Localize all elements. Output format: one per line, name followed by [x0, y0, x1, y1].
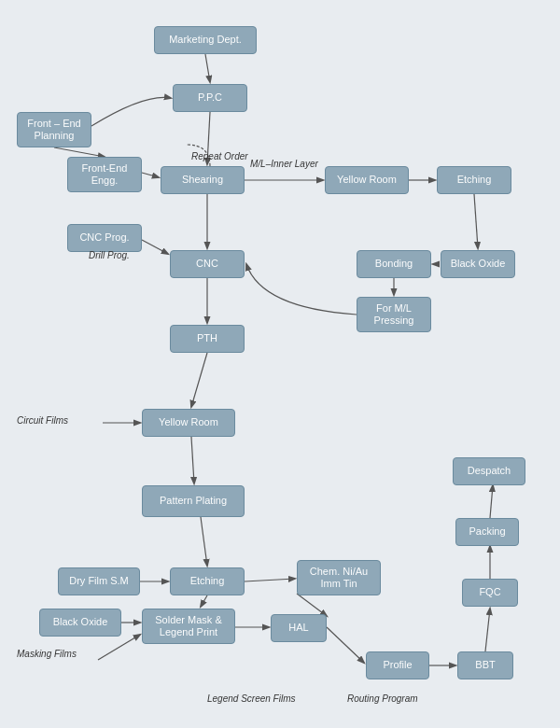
svg-line-15 [201, 595, 207, 607]
node-for_pressing: For M/L Pressing [357, 297, 431, 332]
svg-line-2 [54, 147, 105, 157]
node-hal: HAL [271, 614, 327, 642]
legend-screen-label: Legend Screen Films [207, 693, 296, 704]
node-marketing: Marketing Dept. [154, 26, 257, 54]
svg-line-6 [474, 194, 478, 248]
repeat-order-label: Repeat Order [191, 151, 248, 161]
svg-line-23 [490, 485, 493, 518]
node-dry_film: Dry Film S.M [58, 567, 140, 595]
drill-prog-label: Drill Prog. [89, 250, 130, 260]
node-bbt: BBT [457, 651, 513, 679]
svg-line-19 [327, 627, 364, 663]
node-shearing: Shearing [161, 166, 245, 194]
node-bonding: Bonding [357, 250, 431, 278]
routing-program-label: Routing Program [347, 693, 418, 704]
node-black_oxide_top: Black Oxide [441, 250, 515, 278]
svg-line-14 [201, 517, 207, 566]
node-yellow_room_mid: Yellow Room [142, 409, 235, 437]
node-ppc: P.P.C [173, 84, 247, 112]
svg-line-21 [485, 609, 490, 651]
node-yellow_room_top: Yellow Room [325, 166, 409, 194]
node-frontend_engg: Front-End Engg. [67, 157, 142, 192]
circuit-films-label: Circuit Films [17, 415, 68, 426]
node-black_oxide_bot: Black Oxide [39, 609, 121, 637]
svg-line-17 [297, 594, 327, 616]
svg-line-27 [98, 635, 140, 660]
svg-line-16 [245, 579, 295, 581]
node-cnc_prog: CNC Prog. [67, 224, 142, 252]
masking-films-label: Masking Films [17, 649, 77, 659]
node-fqc: FQC [462, 579, 518, 607]
node-profile: Profile [366, 651, 429, 679]
node-pattern_plating: Pattern Plating [142, 485, 245, 517]
node-chem_ni: Chem. Ni/Au Imm Tin [297, 560, 381, 595]
svg-line-12 [191, 353, 207, 407]
node-etching_top: Etching [437, 166, 511, 194]
node-frontend_planning: Front – End Planning [17, 112, 91, 147]
node-packing: Packing [455, 518, 519, 546]
svg-line-0 [205, 54, 210, 82]
node-solder_mask: Solder Mask & Legend Print [142, 609, 235, 644]
node-despatch: Despatch [453, 457, 525, 485]
svg-line-3 [142, 173, 159, 177]
svg-line-13 [191, 437, 194, 483]
svg-line-10 [142, 240, 168, 254]
node-pth: PTH [170, 325, 245, 353]
ml-inner-layer-label: M/L–Inner Layer [250, 159, 318, 169]
flowchart: Marketing Dept.P.P.CFront – End Planning… [0, 0, 560, 728]
node-cnc: CNC [170, 250, 245, 278]
node-etching_bot: Etching [170, 567, 245, 595]
